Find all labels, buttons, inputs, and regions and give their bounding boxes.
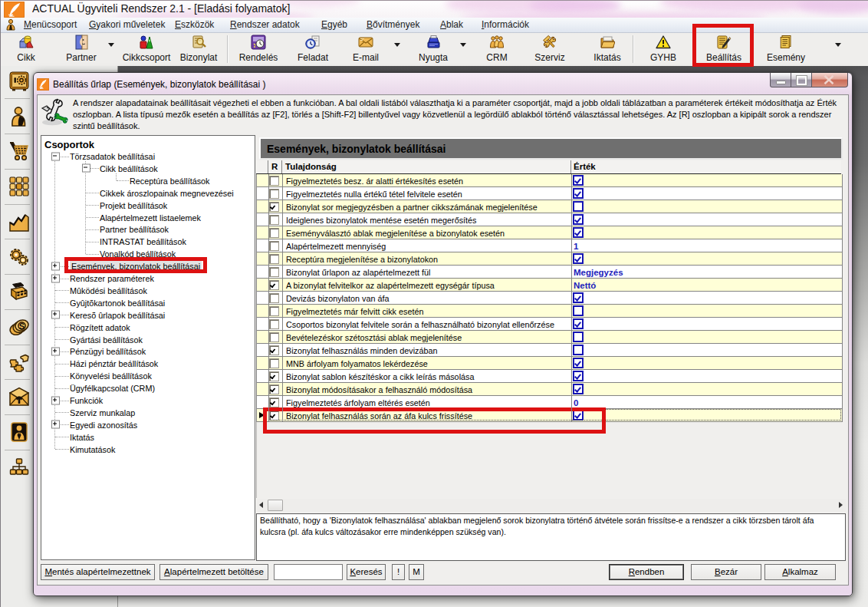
svg-text:S: S xyxy=(19,322,25,331)
